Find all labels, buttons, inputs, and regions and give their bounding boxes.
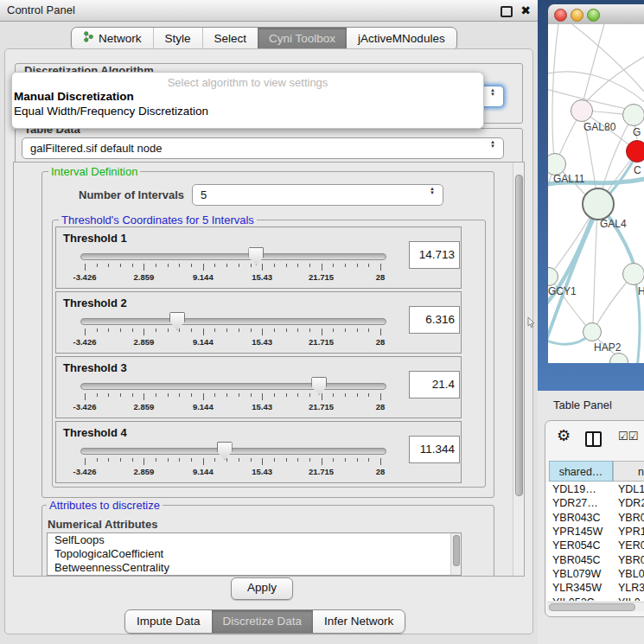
table-data-combobox[interactable]: galFiltered.sif default node ▲▼ [22,137,504,159]
tick-mark [226,328,227,332]
threshold-slider-track[interactable] [80,383,386,390]
tick-mark [85,264,86,271]
node-table: ⚙ ☑☑ shared… n YDL19…YDL1YDR27…YDR2YBR04… [545,420,644,617]
algorithm-option-equal-width-frequency-discretization[interactable]: Equal Width/Frequency Discretization [12,104,483,118]
algorithm-option-manual-discretization[interactable]: Manual Discretization [12,89,483,104]
threshold-slider-track[interactable] [80,448,386,455]
tick-mark [203,264,204,271]
threshold-label: Threshold 3 [63,361,127,374]
tab-impute-data[interactable]: Impute Data [125,610,212,633]
interval-definition-label: Interval Definition [48,165,140,178]
number-of-intervals-combobox[interactable]: 5 ▲▼ [192,184,443,206]
column-header-shared-name[interactable]: shared… [549,461,613,481]
gear-icon[interactable]: ⚙ [557,428,571,443]
tick-mark [309,393,310,397]
combo-stepper-icon[interactable]: ▲▼ [488,88,497,97]
cell-shared-name: YLR345W [547,581,611,595]
network-window-titlebar[interactable] [548,4,644,25]
table-row[interactable]: YIL052CYIL0 [547,596,644,601]
tick-mark [97,458,98,462]
table-row[interactable]: YBL079WYBL0 [547,567,644,581]
table-row[interactable]: YDL19…YDL1 [547,482,644,496]
settings-scrollbar-thumb[interactable] [515,175,523,496]
threshold-value-field[interactable]: 6.316 [409,306,460,334]
network-node-gal80[interactable] [571,99,593,122]
tab-jactivemnodules[interactable]: jActiveMNodules [347,28,456,50]
network-node-g[interactable] [622,104,644,126]
thresholds-group-label: Threshold's Coordinates for 5 Intervals [59,214,257,226]
tab-discretize-data[interactable]: Discretize Data [212,610,314,633]
threshold-slider-thumb[interactable] [248,247,264,265]
close-icon[interactable] [554,9,567,22]
tick-mark [97,328,98,332]
settings-scrollbar[interactable] [513,163,524,576]
threshold-label: Threshold 2 [63,296,127,309]
number-of-intervals-value: 5 [201,185,207,205]
tab-cyni-toolbox[interactable]: Cyni Toolbox [258,28,347,50]
tick-mark [322,328,322,335]
tick-mark [380,328,381,335]
table-row[interactable]: YBR045CYBR0 [547,553,644,567]
network-canvas[interactable]: GAL80GCGAL11GAL4GCY1HHAP2 [548,24,644,363]
tick-mark [286,393,287,397]
tab-infer-network[interactable]: Infer Network [313,610,405,633]
threshold-slider-track[interactable] [80,253,386,260]
numerical-attributes-list[interactable]: SelfLoopsTopologicalCoefficientBetweenne… [47,532,462,576]
tick-mark [97,393,98,397]
tick-label: 2.859 [119,402,168,411]
tick-mark [333,393,334,397]
combo-stepper-icon[interactable]: ▲▼ [428,187,437,195]
tick-label: -3.426 [61,272,109,282]
select-columns-icon[interactable]: ☑☑ [618,430,638,443]
table-row[interactable]: YBR043CYBR0 [547,511,644,525]
cell-name: YER0 [611,539,644,552]
network-node-h[interactable] [622,263,644,285]
tab-network[interactable]: Network [72,28,153,50]
tick-mark [132,264,133,267]
table-row[interactable]: YLR345WYLR3 [547,581,644,595]
tick-label: 21.715 [297,402,346,411]
table-row[interactable]: YER054CYER0 [547,539,644,552]
zoom-icon[interactable] [587,9,600,22]
attributes-scrollbar[interactable] [450,533,461,575]
close-window-icon[interactable]: ✖ [520,2,531,19]
column-header-name[interactable]: n [613,461,644,481]
algorithm-placeholder: Select algorithm to view settings [12,76,483,89]
split-columns-icon[interactable] [585,431,602,447]
combo-stepper-icon[interactable]: ▲▼ [488,140,497,149]
minimize-icon[interactable] [571,9,583,22]
table-row[interactable]: YPR145WYPR1 [547,525,644,539]
tick-label: 9.144 [179,337,227,347]
threshold-value-field[interactable]: 21.4 [409,371,460,399]
threshold-slider-thumb[interactable] [217,442,233,460]
attribute-item-selfloops[interactable]: SelfLoops [48,533,461,547]
tick-mark [214,264,215,267]
tab-style[interactable]: Style [153,28,202,50]
attributes-scrollbar-thumb[interactable] [453,535,460,566]
tick-label: 15.43 [238,337,286,347]
table-hscrollbar-thumb[interactable] [549,603,635,611]
threshold-panel-3: Threshold 3-3.4262.8599.14415.4321.71528… [55,356,462,418]
tick-mark [333,458,334,462]
table-row[interactable]: YDR27…YDR2 [547,496,644,510]
apply-button[interactable]: Apply [231,577,293,600]
network-node-gal4[interactable] [582,188,615,220]
threshold-slider-thumb[interactable] [311,377,327,395]
attribute-item-betweennesscentrality[interactable]: BetweennessCentrality [48,561,461,575]
network-node-label: H [638,285,644,297]
attributes-group-label: Attributes to discretize [47,499,163,512]
network-node-hap2[interactable] [583,322,602,341]
tick-mark [239,264,239,267]
attribute-item-topologicalcoefficient[interactable]: TopologicalCoefficient [48,547,461,561]
tab-select[interactable]: Select [202,28,258,50]
table-hscrollbar[interactable] [547,602,644,611]
threshold-value-field[interactable]: 14.713 [409,241,460,269]
threshold-slider-thumb[interactable] [169,312,185,330]
tick-mark [85,458,86,465]
threshold-value-field[interactable]: 11.344 [409,436,460,463]
network-node-c[interactable] [626,140,644,163]
float-window-icon[interactable] [501,6,513,17]
tick-mark [168,264,169,267]
threshold-slider-track[interactable] [80,318,386,325]
cell-shared-name: YDR27… [547,496,611,510]
